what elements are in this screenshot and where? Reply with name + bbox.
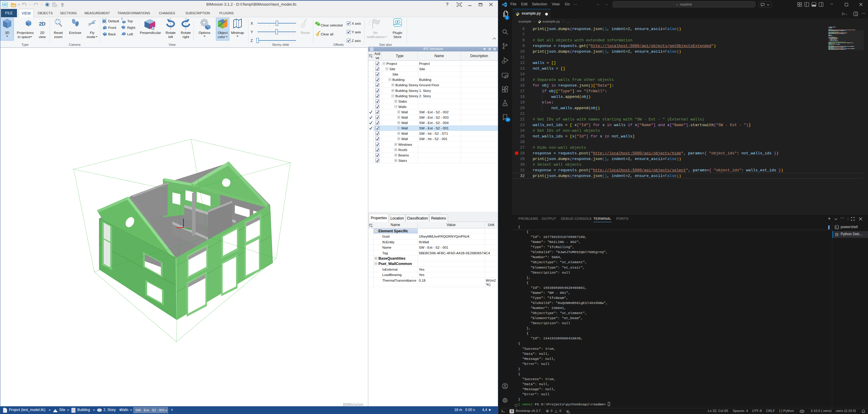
- svg-text:Options: Options: [198, 31, 211, 34]
- svg-text:right: right: [183, 35, 189, 39]
- svg-text:Clear all: Clear all: [321, 32, 333, 36]
- svg-text:Store: Store: [393, 35, 402, 39]
- svg-text:Right: Right: [127, 26, 135, 29]
- svg-text:left: left: [168, 35, 173, 39]
- svg-text:Storey slide: Storey slide: [272, 43, 289, 47]
- svg-text:Y axis: Y axis: [352, 30, 361, 34]
- svg-text:Object: Object: [218, 31, 228, 34]
- svg-text:Default: Default: [108, 19, 119, 23]
- svg-text:zoom: zoom: [54, 35, 62, 39]
- svg-text:Rotate: Rotate: [181, 31, 191, 34]
- svg-text:Back: Back: [108, 32, 116, 36]
- svg-text:Camera: Camera: [69, 43, 81, 47]
- svg-text:X: X: [251, 22, 253, 26]
- svg-text:Type: Type: [22, 43, 29, 47]
- svg-text:See also: See also: [379, 43, 392, 47]
- svg-text:2D: 2D: [40, 31, 44, 34]
- svg-text:in space: in space: [18, 35, 31, 39]
- svg-text:BIMvision: BIMvision: [394, 24, 402, 25]
- svg-text:Clear selected: Clear selected: [321, 24, 343, 27]
- svg-text:Y: Y: [251, 30, 253, 34]
- svg-text:View: View: [168, 43, 176, 47]
- svg-text:Fly: Fly: [90, 31, 95, 34]
- svg-text:Z: Z: [251, 39, 253, 43]
- svg-text:Top: Top: [127, 19, 133, 23]
- svg-text:Left: Left: [127, 32, 133, 36]
- svg-text:Z axis: Z axis: [352, 39, 361, 42]
- svg-text:Minimap: Minimap: [231, 31, 244, 34]
- svg-text:Rotate: Rotate: [165, 31, 176, 34]
- svg-text:Reset: Reset: [54, 31, 63, 34]
- svg-text:3D: 3D: [5, 31, 9, 34]
- svg-text:view: view: [39, 35, 46, 39]
- svg-text:Projections: Projections: [17, 31, 34, 34]
- svg-text:Front: Front: [108, 26, 117, 29]
- svg-text:notifications: notifications: [367, 35, 385, 39]
- svg-text:Offsets: Offsets: [334, 43, 344, 47]
- svg-text:mode: mode: [87, 35, 95, 39]
- svg-text:Perpendicular: Perpendicular: [140, 31, 161, 34]
- svg-text:Reset: Reset: [301, 31, 310, 34]
- svg-text:Plugin: Plugin: [393, 31, 402, 34]
- svg-text:color: color: [218, 35, 225, 39]
- svg-text:Enclose: Enclose: [69, 31, 82, 34]
- svg-text:X axis: X axis: [352, 22, 361, 25]
- svg-text:No: No: [373, 31, 378, 34]
